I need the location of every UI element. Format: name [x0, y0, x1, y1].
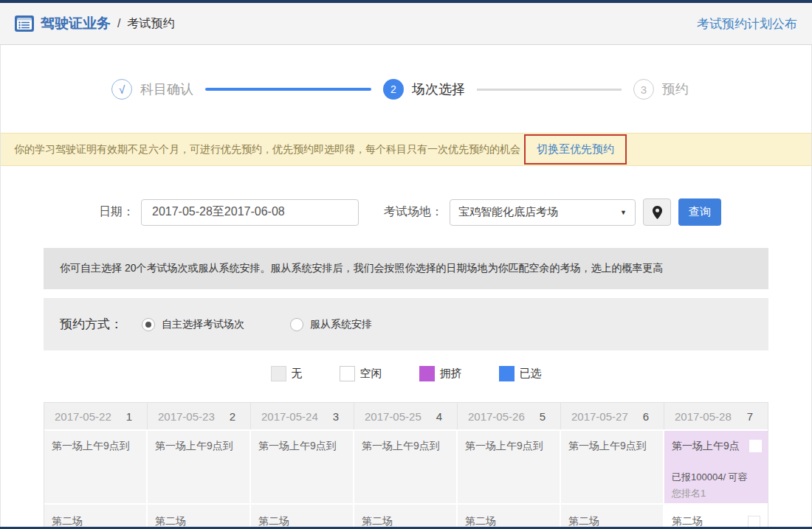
date-label: 日期：: [99, 204, 134, 220]
header-daynum: 6: [643, 410, 649, 423]
header-daynum: 5: [540, 410, 546, 423]
booking-mode-label: 预约方式：: [60, 316, 123, 333]
session-label: 第一场上午9点到: [465, 440, 543, 452]
header-date: 2017-05-28: [675, 410, 732, 423]
session-cell: 第一场上午9点到: [251, 429, 354, 503]
legend-label: 已选: [520, 367, 542, 381]
step-indicator: √ 科目确认 2 场次选择 3 预约: [1, 45, 811, 133]
step-3-label: 预约: [662, 80, 689, 98]
session-cell: 第一场上午9点到: [354, 429, 458, 503]
radio-label: 自主选择考试场次: [162, 318, 244, 331]
location-pin-icon: [653, 206, 662, 219]
session-label: 第一场上午9点到: [362, 440, 440, 452]
step-connector-pending: [477, 89, 622, 91]
schedule-table: 2017-05-2212017-05-2322017-05-2432017-05…: [44, 402, 768, 529]
legend-swatch: [271, 366, 286, 381]
venue-label: 考试场地：: [384, 204, 443, 220]
step-1-label: 科目确认: [140, 80, 193, 98]
header-daynum: 3: [333, 410, 339, 423]
radio-selected-icon[interactable]: [142, 318, 155, 331]
legend-label: 空闲: [360, 367, 382, 381]
legend-item: 已选: [499, 366, 542, 381]
legend-item: 空闲: [340, 366, 382, 381]
header-date: 2017-05-27: [571, 410, 628, 423]
session-cell: 第二场: [251, 503, 354, 529]
header-date: 2017-05-23: [158, 410, 215, 423]
header-daynum: 7: [747, 410, 753, 423]
schedule-date-header: 2017-05-265: [458, 403, 561, 429]
step-2-label: 场次选择: [412, 80, 465, 98]
selection-tip-bar: 你可自主选择 20个考试场次或服从系统安排。服从系统安排后，我们会按照你选择的日…: [44, 248, 768, 289]
legend-item: 拥挤: [419, 366, 462, 381]
schedule-date-header: 2017-05-232: [148, 403, 251, 429]
legend: 无空闲拥挤已选: [1, 366, 811, 381]
legend-label: 无: [292, 367, 303, 381]
schedule-header-row: 2017-05-2212017-05-2322017-05-2432017-05…: [44, 403, 768, 429]
header-date: 2017-05-26: [468, 410, 525, 423]
header-daynum: 4: [436, 410, 442, 423]
schedule-row-1: 第一场上午9点到第一场上午9点到第一场上午9点到第一场上午9点到第一场上午9点到…: [44, 429, 768, 503]
breadcrumb-root[interactable]: 驾驶证业务: [41, 14, 111, 33]
step-1-circle: √: [111, 79, 132, 100]
breadcrumb-separator: /: [117, 17, 120, 30]
venue-select-value: 宝鸡智能化底店考场: [458, 205, 558, 219]
header-daynum: 2: [230, 410, 235, 423]
session-label: 第一场上午9点到: [155, 440, 233, 452]
session-cell: 第一场上午9点到: [458, 429, 561, 503]
legend-item: 无: [271, 366, 303, 381]
session-label: 第一场上午9点到: [568, 440, 647, 452]
booking-mode-bar: 预约方式： 自主选择考试场次服从系统安排: [44, 298, 768, 350]
session-checkbox[interactable]: [748, 516, 760, 528]
session-cell[interactable]: 第二场: [664, 503, 768, 529]
session-cell: 第二场: [148, 503, 251, 529]
session-cell: 第一场上午9点到: [44, 429, 148, 503]
header-daynum: 1: [126, 410, 132, 423]
session-cell: 第二场: [458, 503, 561, 529]
priority-notice-bar: 你的学习驾驶证明有效期不足六个月，可进行优先预约，优先预约即选即得，每个科目只有…: [1, 133, 811, 166]
schedule-date-header: 2017-05-221: [44, 403, 148, 429]
session-rank-info: 您排名1: [672, 487, 760, 500]
breadcrumb-current: 考试预约: [127, 16, 174, 32]
session-cell: 第二场: [354, 503, 458, 529]
schedule-date-header: 2017-05-254: [354, 403, 458, 429]
exam-plan-link[interactable]: 考试预约计划公布: [697, 15, 797, 32]
main-card: √ 科目确认 2 场次选择 3 预约 你的学习驾驶证明有效期不足六个月，可进行优…: [0, 45, 812, 529]
legend-swatch: [419, 366, 435, 381]
session-cell: 第二场: [44, 503, 148, 529]
search-button[interactable]: 查询: [678, 198, 721, 226]
booking-mode-option[interactable]: 服从系统安排: [290, 318, 372, 331]
booking-mode-option[interactable]: 自主选择考试场次: [142, 318, 244, 331]
schedule-date-header: 2017-05-287: [664, 403, 768, 429]
filter-bar: 日期： 考试场地： 宝鸡智能化底店考场 ▼ 查询: [99, 198, 811, 226]
session-cell: 第一场上午9点到: [148, 429, 251, 503]
session-label: 第一场上午9点到: [52, 440, 130, 452]
radio-label: 服从系统安排: [310, 318, 372, 331]
annotation-red-box: 切换至优先预约: [524, 134, 627, 165]
venue-select[interactable]: 宝鸡智能化底店考场 ▼: [450, 199, 636, 226]
date-range-input[interactable]: [141, 199, 359, 226]
breadcrumb: 驾驶证业务 / 考试预约: [15, 14, 174, 33]
step-connector-done: [205, 88, 371, 91]
session-cell: 第一场上午9点到: [561, 429, 664, 503]
step-3-circle: 3: [633, 79, 654, 100]
header-date: 2017-05-22: [55, 410, 111, 423]
list-icon: [15, 15, 34, 32]
priority-notice-text: 你的学习驾驶证明有效期不足六个月，可进行优先预约，优先预约即选即得，每个科目只有…: [14, 143, 520, 156]
session-label: 第一场上午9点: [672, 440, 740, 452]
page-header: 驾驶证业务 / 考试预约 考试预约计划公布: [0, 3, 812, 45]
legend-swatch: [340, 366, 355, 381]
schedule-date-header: 2017-05-243: [251, 403, 354, 429]
header-date: 2017-05-25: [365, 410, 422, 423]
radio-unselected-icon[interactable]: [290, 318, 303, 331]
session-capacity-info: 已报100004/ 可容: [672, 471, 760, 484]
header-date: 2017-05-24: [261, 410, 318, 423]
chevron-down-icon: ▼: [620, 209, 627, 216]
map-location-button[interactable]: [643, 198, 671, 226]
session-checkbox[interactable]: [749, 440, 762, 452]
step-2-circle: 2: [383, 79, 404, 100]
legend-label: 拥挤: [440, 367, 462, 381]
switch-priority-link[interactable]: 切换至优先预约: [537, 142, 614, 155]
legend-swatch: [499, 366, 515, 381]
session-cell[interactable]: 第一场上午9点已报100004/ 可容您排名1: [664, 429, 768, 503]
booking-mode-options: 自主选择考试场次服从系统安排: [142, 318, 418, 331]
